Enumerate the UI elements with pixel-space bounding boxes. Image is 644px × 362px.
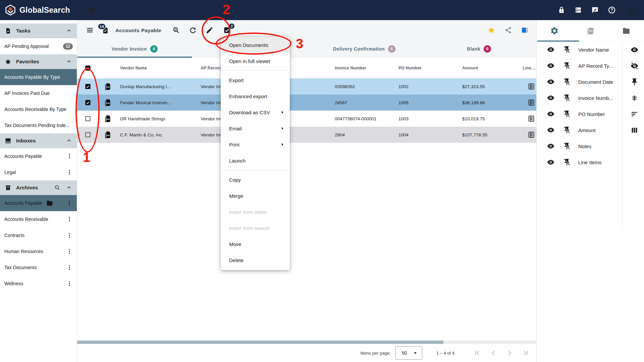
queues-button[interactable] bbox=[574, 6, 582, 14]
pin-slash-icon[interactable] bbox=[563, 126, 571, 134]
menu-item-enhanced-export[interactable]: Enhanced export bbox=[221, 88, 290, 104]
menu-item-export[interactable]: Export bbox=[221, 72, 290, 88]
next-page-button[interactable] bbox=[505, 349, 514, 357]
refresh-button[interactable] bbox=[189, 26, 197, 34]
hide-all-eye-off-icon[interactable] bbox=[630, 62, 639, 70]
view-columns-button[interactable] bbox=[521, 26, 529, 34]
section-header-inboxes[interactable]: Inboxes bbox=[0, 133, 77, 148]
hamburger-menu-button[interactable] bbox=[86, 26, 94, 34]
kebab-menu-icon[interactable] bbox=[66, 153, 73, 160]
line-items-icon[interactable] bbox=[528, 99, 535, 106]
pin-slash-icon[interactable] bbox=[563, 110, 571, 118]
sidebar-item-ap-invoices-past-due[interactable]: AP Invoices Past Due bbox=[0, 85, 77, 101]
refine-search-button[interactable] bbox=[172, 26, 180, 34]
lock-button[interactable] bbox=[557, 6, 566, 14]
sidebar-item-inbox-legal[interactable]: Legal bbox=[0, 164, 77, 180]
row-checkbox-unchecked[interactable] bbox=[85, 115, 91, 122]
tab-vendor-invoice[interactable]: Vendor Invoice 4 bbox=[77, 40, 192, 57]
tab-document-preview[interactable] bbox=[573, 20, 608, 41]
items-per-page-select[interactable]: 50 bbox=[395, 346, 422, 360]
chevron-up-icon[interactable] bbox=[66, 58, 72, 65]
chevron-up-icon[interactable] bbox=[66, 27, 72, 34]
tab-field-settings[interactable] bbox=[537, 20, 573, 41]
pin-slash-icon[interactable] bbox=[563, 78, 571, 86]
eye-icon[interactable] bbox=[547, 126, 555, 134]
sidebar-item-archive-wellness[interactable]: Wellness bbox=[0, 276, 77, 292]
favorite-button[interactable] bbox=[487, 26, 495, 34]
line-items-icon[interactable] bbox=[528, 115, 535, 122]
sidebar-item-ap-pending-approval[interactable]: AP Pending Approval 12 bbox=[0, 38, 77, 54]
sidebar-item-archive-accounts-payable[interactable]: Accounts Payable bbox=[0, 195, 77, 211]
chevron-up-icon[interactable] bbox=[66, 137, 72, 144]
pin-icon[interactable] bbox=[630, 78, 639, 86]
col-header-po-number[interactable]: PO Number bbox=[396, 66, 460, 70]
sort-icon[interactable] bbox=[630, 110, 639, 118]
tab-blank[interactable]: Blank 0 bbox=[422, 40, 536, 57]
menu-item-download-as-csv[interactable]: Download as CSV bbox=[221, 104, 290, 120]
table-row[interactable]: Fender Musical Instrum... Vendor Invoice… bbox=[77, 95, 536, 111]
col-header-amount[interactable]: Amount bbox=[460, 66, 520, 70]
scrollbar-thumb[interactable] bbox=[77, 341, 443, 344]
menu-item-merge[interactable]: Merge bbox=[221, 188, 290, 204]
line-items-icon[interactable] bbox=[528, 131, 535, 138]
sidebar-item-archive-tax-documents[interactable]: Tax Documents bbox=[0, 259, 77, 276]
last-page-button[interactable] bbox=[522, 349, 530, 357]
menu-item-open-in-full-viewer[interactable]: Open in full viewer bbox=[221, 53, 290, 69]
columns-icon[interactable] bbox=[630, 126, 639, 134]
sidebar-item-archive-contracts[interactable]: Contracts bbox=[0, 227, 77, 243]
eye-icon[interactable] bbox=[547, 46, 555, 54]
kebab-menu-icon[interactable] bbox=[66, 169, 73, 176]
home-button[interactable] bbox=[87, 6, 96, 14]
row-checkbox-checked[interactable] bbox=[85, 99, 91, 106]
eye-icon[interactable] bbox=[547, 158, 555, 166]
kebab-menu-icon[interactable] bbox=[66, 200, 73, 206]
search-icon[interactable] bbox=[54, 184, 60, 191]
help-button[interactable] bbox=[608, 6, 616, 14]
eye-icon[interactable] bbox=[547, 94, 555, 102]
show-all-eye-icon[interactable] bbox=[630, 46, 639, 54]
feedback-button[interactable] bbox=[591, 6, 599, 14]
menu-item-launch[interactable]: Launch bbox=[221, 153, 290, 169]
sidebar-item-accounts-payable-by-type[interactable]: Accounts Payable By Type bbox=[0, 69, 77, 85]
table-row[interactable]: C.F. Martin & Co, Inc. Vendor Invoice 28… bbox=[77, 127, 536, 143]
horizontal-scrollbar[interactable] bbox=[77, 341, 536, 344]
menu-item-move[interactable]: Move bbox=[221, 236, 290, 252]
table-row[interactable]: DR Handmade Strings Vendor Invoice 00477… bbox=[77, 111, 536, 127]
previous-page-button[interactable] bbox=[489, 349, 497, 357]
menu-item-print[interactable]: Print bbox=[221, 136, 290, 153]
col-header-vendor-name[interactable]: Vendor Name bbox=[117, 66, 198, 70]
selected-documents[interactable]: 2 bbox=[223, 26, 231, 34]
col-header-invoice-number[interactable]: Invoice Number bbox=[332, 66, 396, 70]
table-row[interactable]: Dunlop Manufacturing I... Vendor Invoice… bbox=[77, 78, 536, 95]
sidebar-item-archive-human-resources[interactable]: Human Resources bbox=[0, 243, 77, 259]
kebab-menu-icon[interactable] bbox=[66, 280, 73, 287]
sidebar-item-inbox-accounts-payable[interactable]: Accounts Payable bbox=[0, 148, 77, 164]
menu-item-copy[interactable]: Copy bbox=[221, 172, 290, 188]
menu-item-email[interactable]: Email bbox=[221, 120, 290, 136]
eye-icon[interactable] bbox=[547, 62, 555, 70]
eye-icon[interactable] bbox=[547, 78, 555, 86]
col-header-line-items[interactable]: Line Items bbox=[520, 66, 536, 70]
share-button[interactable] bbox=[504, 26, 512, 34]
eye-icon[interactable] bbox=[547, 142, 555, 150]
kebab-menu-icon[interactable] bbox=[66, 216, 73, 223]
sidebar-item-tax-documents-pending[interactable]: Tax Documents Pending Inde... bbox=[0, 117, 77, 133]
pin-slash-icon[interactable] bbox=[563, 142, 571, 150]
fit-columns-icon[interactable] bbox=[630, 94, 639, 102]
row-checkbox-unchecked[interactable] bbox=[85, 131, 91, 138]
tab-folders[interactable] bbox=[608, 20, 644, 41]
kebab-menu-icon[interactable] bbox=[66, 264, 73, 271]
pin-slash-icon[interactable] bbox=[563, 158, 571, 166]
row-checkbox-checked[interactable] bbox=[85, 83, 91, 90]
tab-delivery-confirmation[interactable]: Delivery Confirmation 5 bbox=[307, 40, 422, 57]
section-header-archives[interactable]: Archives bbox=[0, 180, 77, 195]
sidebar-item-accounts-receivable-by-type[interactable]: Accounts Receivable By Type bbox=[0, 101, 77, 117]
menu-item-delete[interactable]: Delete bbox=[221, 252, 290, 268]
chevron-up-icon[interactable] bbox=[66, 184, 72, 191]
pin-slash-icon[interactable] bbox=[563, 62, 571, 70]
first-page-button[interactable] bbox=[473, 349, 481, 357]
pin-slash-icon[interactable] bbox=[563, 46, 571, 54]
user-avatar[interactable] bbox=[625, 4, 637, 16]
section-header-tasks[interactable]: Tasks bbox=[0, 23, 77, 38]
menu-item-open-documents[interactable]: Open Documents bbox=[221, 37, 290, 53]
